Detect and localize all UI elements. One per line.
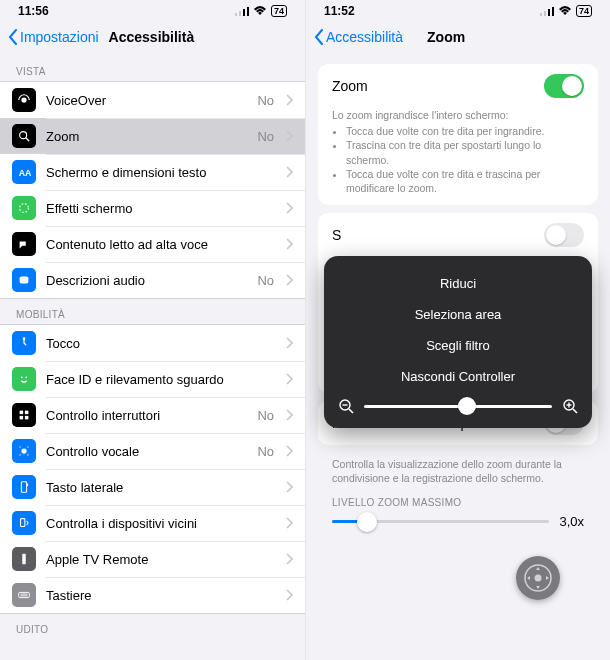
chevron-right-icon — [286, 589, 293, 601]
chevron-right-icon — [286, 517, 293, 529]
svg-rect-18 — [21, 482, 26, 493]
back-label: Impostazioni — [20, 29, 99, 45]
popover-slider-knob[interactable] — [458, 397, 476, 415]
voice-ctrl-icon — [12, 439, 36, 463]
svg-rect-2 — [243, 9, 245, 16]
svg-point-11 — [21, 376, 23, 378]
row-label: Tastiere — [46, 588, 276, 603]
slider-knob[interactable] — [357, 512, 377, 532]
row-nearby-devices[interactable]: Controlla i dispositivi vicini — [0, 505, 305, 541]
hidden-label: S — [332, 227, 341, 243]
row-switch-control[interactable]: Controllo interruttori No — [0, 397, 305, 433]
popover-slider-track[interactable] — [364, 405, 552, 408]
chevron-right-icon — [286, 373, 293, 385]
wifi-icon — [253, 6, 267, 16]
row-zoom-toggle[interactable]: Zoom — [318, 64, 598, 108]
svg-rect-3 — [247, 7, 249, 16]
chevron-right-icon — [286, 94, 293, 106]
svg-point-8 — [20, 204, 29, 213]
popover-item-hide-controller[interactable]: Nascondi Controller — [338, 361, 578, 392]
zoom-controller-button[interactable] — [516, 556, 560, 600]
wifi-icon — [558, 6, 572, 16]
back-button[interactable]: Accessibilità — [314, 29, 403, 45]
row-label: Tasto laterale — [46, 480, 276, 495]
svg-text:AA: AA — [19, 168, 31, 178]
svg-point-5 — [20, 132, 27, 139]
settings-scroll[interactable]: VISTA VoiceOver No Zoom No AA Schermo e … — [0, 56, 305, 660]
row-zoom[interactable]: Zoom No — [0, 118, 305, 154]
row-label: Controlla i dispositivi vicini — [46, 516, 276, 531]
back-button[interactable]: Impostazioni — [8, 29, 99, 45]
popover-item-select-area[interactable]: Seleziona area — [338, 299, 578, 330]
row-label: Controllo interruttori — [46, 408, 247, 423]
svg-rect-22 — [19, 592, 30, 597]
row-audio-descriptions[interactable]: Descrizioni audio No — [0, 262, 305, 298]
chevron-right-icon — [286, 238, 293, 250]
audio-desc-icon — [12, 268, 36, 292]
row-label: Apple TV Remote — [46, 552, 276, 567]
nav-header: Impostazioni Accessibilità — [0, 22, 305, 56]
cellular-icon — [540, 6, 554, 16]
svg-point-4 — [21, 97, 26, 102]
zoom-help-text: Lo zoom ingrandisce l'intero schermo: To… — [318, 108, 598, 205]
row-touch[interactable]: Tocco — [0, 325, 305, 361]
svg-rect-9 — [20, 277, 29, 284]
slider-track[interactable] — [332, 520, 549, 523]
page-title: Zoom — [427, 29, 465, 45]
row-value: No — [257, 408, 274, 423]
battery-icon: 74 — [271, 5, 287, 17]
chevron-right-icon — [286, 481, 293, 493]
max-zoom-slider[interactable]: 3,0x — [306, 510, 610, 529]
motion-icon — [12, 196, 36, 220]
section-header-hearing: UDITO — [0, 614, 305, 639]
chevron-right-icon — [286, 130, 293, 142]
svg-rect-26 — [544, 11, 546, 16]
faceid-icon — [12, 367, 36, 391]
card-zoom-toggle: Zoom Lo zoom ingrandisce l'intero scherm… — [318, 64, 598, 205]
zoom-help-bullet: Tocca due volte con tre dita e trascina … — [346, 167, 584, 195]
row-keyboards[interactable]: Tastiere — [0, 577, 305, 613]
voiceover-icon — [12, 88, 36, 112]
svg-rect-28 — [552, 7, 554, 16]
phone-accessibility: 11:56 74 Impostazioni Accessibilità VIST… — [0, 0, 305, 660]
row-value: No — [257, 129, 274, 144]
max-zoom-header: LIVELLO ZOOM MASSIMO — [306, 485, 610, 510]
row-voiceover[interactable]: VoiceOver No — [0, 82, 305, 118]
chevron-right-icon — [286, 337, 293, 349]
side-btn-icon — [12, 475, 36, 499]
chevron-left-icon — [8, 29, 18, 45]
popover-item-filter[interactable]: Scegli filtro — [338, 330, 578, 361]
status-time: 11:56 — [18, 4, 49, 18]
chevron-right-icon — [286, 274, 293, 286]
row-spoken-content[interactable]: Contenuto letto ad alta voce — [0, 226, 305, 262]
chevron-right-icon — [286, 553, 293, 565]
svg-rect-19 — [27, 484, 28, 487]
row-label: Descrizioni audio — [46, 273, 247, 288]
zoom-in-icon[interactable] — [562, 398, 578, 414]
row-motion[interactable]: Effetti schermo — [0, 190, 305, 226]
row-label: Zoom — [46, 129, 247, 144]
zoom-toggle[interactable] — [544, 74, 584, 98]
row-side-button[interactable]: Tasto laterale — [0, 469, 305, 505]
status-time: 11:52 — [324, 4, 355, 18]
row-display-text[interactable]: AA Schermo e dimensioni testo — [0, 154, 305, 190]
chevron-right-icon — [286, 166, 293, 178]
switch-icon — [12, 403, 36, 427]
popover-zoom-slider[interactable] — [338, 398, 578, 414]
status-bar: 11:56 74 — [0, 0, 305, 22]
row-appletv-remote[interactable]: Apple TV Remote — [0, 541, 305, 577]
mirror-note: Controlla la visualizzazione dello zoom … — [306, 453, 610, 485]
nearby-icon — [12, 511, 36, 535]
svg-line-35 — [573, 409, 577, 413]
max-zoom-value: 3,0x — [559, 514, 584, 529]
row-voice-control[interactable]: Controllo vocale No — [0, 433, 305, 469]
svg-rect-14 — [25, 411, 29, 415]
row-faceid[interactable]: Face ID e rilevamento sguardo — [0, 361, 305, 397]
popover-item-reduce[interactable]: Riduci — [338, 268, 578, 299]
zoom-controller-popover: Riduci Seleziona area Scegli filtro Nasc… — [324, 256, 592, 428]
row-label: Schermo e dimensioni testo — [46, 165, 276, 180]
row-hidden[interactable]: S — [318, 213, 598, 257]
hidden-toggle[interactable] — [544, 223, 584, 247]
svg-line-6 — [26, 138, 30, 142]
zoom-out-icon[interactable] — [338, 398, 354, 414]
